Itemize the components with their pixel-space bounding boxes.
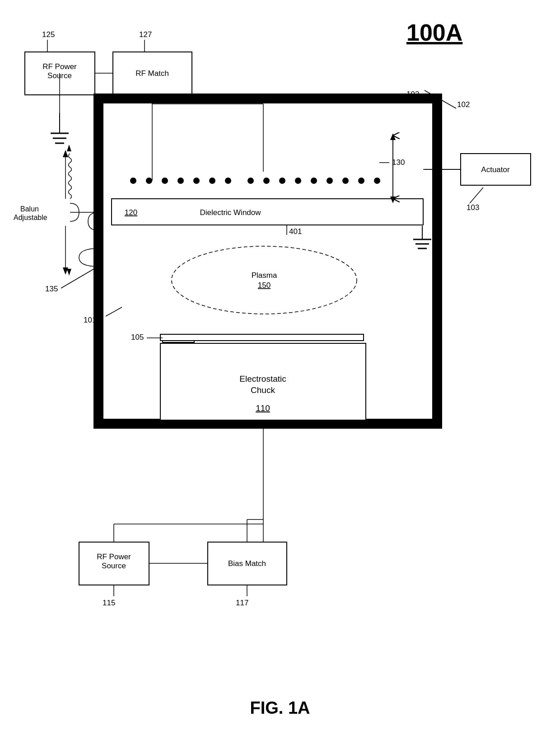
balun-down-arrow [67,269,71,276]
dot2 [146,178,152,184]
dielectric-window-box [112,199,423,225]
label-130: 130 [392,158,405,167]
label-150: 150 [258,281,271,290]
label-110: 110 [256,403,270,413]
dot16 [374,178,380,184]
balun-label2: Adjustable [14,214,47,221]
esc-label1: Electrostatic [239,374,286,384]
rf-power-source-bottom-label1: RF Power [97,552,131,561]
dot4 [177,178,184,184]
label-125: 125 [42,30,55,39]
dielectric-window-label: Dielectric Window [200,208,261,217]
balun-wavy [69,154,72,199]
rf-power-source-top-label1: RF Power [42,62,77,71]
dot8 [247,178,254,184]
line-103 [470,187,483,203]
label-102-text: 102 [457,100,470,109]
label-117: 117 [236,599,248,607]
label-103: 103 [467,203,479,212]
label-101: 101 [84,316,96,324]
balun-arrow-down [63,267,68,275]
actuator-label: Actuator [481,165,510,174]
label-401: 401 [289,227,302,236]
label-135: 135 [45,285,58,293]
balun-up-arrow [67,145,71,151]
plasma-label: Plasma [252,271,277,280]
dot14 [342,178,349,184]
dot6 [209,178,215,184]
dot10 [279,178,285,184]
esc-label2: Chuck [251,385,275,395]
dot15 [358,178,364,184]
dot11 [295,178,301,184]
diagram-container: 100A RF Power Source 125 RF Match 127 Ac… [0,0,560,744]
dot9 [263,178,270,184]
dot3 [162,178,168,184]
figure-label: FIG. 1A [250,698,310,717]
dot5 [193,178,200,184]
dot1 [130,178,136,184]
label-120: 120 [125,208,137,217]
label-105: 105 [131,333,144,342]
dot7 [225,178,231,184]
label-127: 127 [139,30,152,39]
rf-power-source-bottom-label2: Source [102,562,126,570]
dot12 [311,178,317,184]
dot13 [327,178,333,184]
platform-top [160,334,364,341]
title-label: 100A [406,19,462,46]
bias-match-label: Bias Match [228,559,266,568]
label-115: 115 [103,599,115,607]
balun-label1: Balun [20,205,39,213]
rf-match-label: RF Match [135,69,169,78]
